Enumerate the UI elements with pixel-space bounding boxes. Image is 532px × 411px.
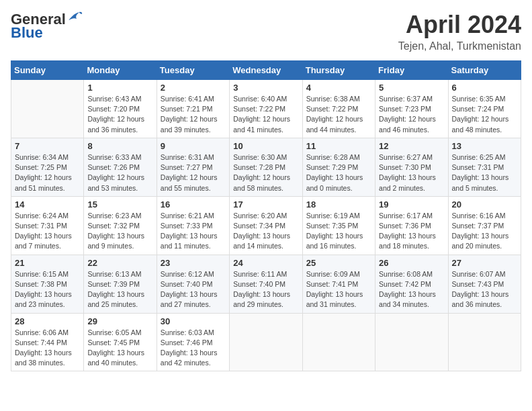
calendar-cell-w3-d1: 14Sunrise: 6:24 AM Sunset: 7:31 PM Dayli… <box>11 196 84 255</box>
day-info: Sunrise: 6:38 AM Sunset: 7:22 PM Dayligh… <box>306 94 371 135</box>
day-info: Sunrise: 6:06 AM Sunset: 7:44 PM Dayligh… <box>15 328 80 369</box>
day-number: 11 <box>306 141 371 151</box>
day-number: 27 <box>452 258 517 268</box>
location-subtitle: Tejen, Ahal, Turkmenistan <box>398 40 521 52</box>
calendar-cell-w4-d7: 27Sunrise: 6:07 AM Sunset: 7:43 PM Dayli… <box>448 255 521 313</box>
day-number: 28 <box>15 316 80 326</box>
day-info: Sunrise: 6:12 AM Sunset: 7:40 PM Dayligh… <box>161 269 226 310</box>
day-info: Sunrise: 6:08 AM Sunset: 7:42 PM Dayligh… <box>379 269 444 310</box>
calendar-cell-w5-d5 <box>302 313 375 371</box>
calendar-cell-w3-d3: 16Sunrise: 6:21 AM Sunset: 7:33 PM Dayli… <box>157 196 229 255</box>
header-saturday: Saturday <box>448 61 521 80</box>
day-number: 15 <box>87 199 152 210</box>
day-number: 29 <box>87 316 152 326</box>
day-info: Sunrise: 6:03 AM Sunset: 7:46 PM Dayligh… <box>161 328 226 369</box>
calendar-cell-w1-d6: 5Sunrise: 6:37 AM Sunset: 7:23 PM Daylig… <box>375 80 448 138</box>
calendar-cell-w5-d3: 30Sunrise: 6:03 AM Sunset: 7:46 PM Dayli… <box>157 313 229 371</box>
calendar-cell-w2-d6: 12Sunrise: 6:27 AM Sunset: 7:30 PM Dayli… <box>375 138 448 196</box>
calendar-cell-w4-d5: 25Sunrise: 6:09 AM Sunset: 7:41 PM Dayli… <box>302 255 375 313</box>
calendar-cell-w5-d1: 28Sunrise: 6:06 AM Sunset: 7:44 PM Dayli… <box>11 313 84 371</box>
day-info: Sunrise: 6:05 AM Sunset: 7:45 PM Dayligh… <box>87 328 152 369</box>
day-number: 26 <box>379 258 444 268</box>
day-info: Sunrise: 6:09 AM Sunset: 7:41 PM Dayligh… <box>306 269 371 310</box>
day-info: Sunrise: 6:33 AM Sunset: 7:26 PM Dayligh… <box>87 152 152 193</box>
day-info: Sunrise: 6:11 AM Sunset: 7:40 PM Dayligh… <box>233 269 298 310</box>
calendar-cell-w1-d4: 3Sunrise: 6:40 AM Sunset: 7:22 PM Daylig… <box>230 80 302 138</box>
logo-bird-icon <box>67 11 83 23</box>
day-info: Sunrise: 6:31 AM Sunset: 7:27 PM Dayligh… <box>161 152 226 193</box>
day-number: 12 <box>379 141 444 151</box>
day-number: 17 <box>233 199 298 210</box>
calendar-cell-w2-d2: 8Sunrise: 6:33 AM Sunset: 7:26 PM Daylig… <box>84 138 157 196</box>
title-area: April 2024 Tejen, Ahal, Turkmenistan <box>398 11 521 52</box>
day-number: 21 <box>15 258 80 268</box>
day-number: 4 <box>306 83 371 93</box>
day-number: 1 <box>87 83 152 93</box>
calendar-cell-w5-d2: 29Sunrise: 6:05 AM Sunset: 7:45 PM Dayli… <box>84 313 157 371</box>
calendar-cell-w2-d4: 10Sunrise: 6:30 AM Sunset: 7:28 PM Dayli… <box>230 138 302 196</box>
day-number: 22 <box>87 258 152 268</box>
day-number: 7 <box>15 141 80 151</box>
day-info: Sunrise: 6:20 AM Sunset: 7:34 PM Dayligh… <box>233 211 298 252</box>
header-tuesday: Tuesday <box>157 61 229 80</box>
calendar-week-2: 7Sunrise: 6:34 AM Sunset: 7:25 PM Daylig… <box>11 138 521 196</box>
header-monday: Monday <box>84 61 157 80</box>
day-info: Sunrise: 6:37 AM Sunset: 7:23 PM Dayligh… <box>379 94 444 135</box>
header-friday: Friday <box>375 61 448 80</box>
calendar-cell-w4-d1: 21Sunrise: 6:15 AM Sunset: 7:38 PM Dayli… <box>11 255 84 313</box>
calendar-cell-w5-d4 <box>230 313 302 371</box>
calendar-cell-w3-d6: 19Sunrise: 6:17 AM Sunset: 7:36 PM Dayli… <box>375 196 448 255</box>
header-thursday: Thursday <box>302 61 375 80</box>
day-info: Sunrise: 6:27 AM Sunset: 7:30 PM Dayligh… <box>379 152 444 193</box>
day-info: Sunrise: 6:07 AM Sunset: 7:43 PM Dayligh… <box>452 269 517 310</box>
calendar-table: Sunday Monday Tuesday Wednesday Thursday… <box>11 60 521 371</box>
day-info: Sunrise: 6:21 AM Sunset: 7:33 PM Dayligh… <box>161 211 226 252</box>
day-info: Sunrise: 6:17 AM Sunset: 7:36 PM Dayligh… <box>379 211 444 252</box>
day-number: 19 <box>379 199 444 210</box>
calendar-cell-w3-d5: 18Sunrise: 6:19 AM Sunset: 7:35 PM Dayli… <box>302 196 375 255</box>
calendar-cell-w3-d2: 15Sunrise: 6:23 AM Sunset: 7:32 PM Dayli… <box>84 196 157 255</box>
day-info: Sunrise: 6:16 AM Sunset: 7:37 PM Dayligh… <box>452 211 517 252</box>
day-info: Sunrise: 6:41 AM Sunset: 7:21 PM Dayligh… <box>161 94 226 135</box>
day-info: Sunrise: 6:15 AM Sunset: 7:38 PM Dayligh… <box>15 269 80 310</box>
calendar-cell-w3-d4: 17Sunrise: 6:20 AM Sunset: 7:34 PM Dayli… <box>230 196 302 255</box>
day-info: Sunrise: 6:30 AM Sunset: 7:28 PM Dayligh… <box>233 152 298 193</box>
calendar-cell-w5-d7 <box>448 313 521 371</box>
day-number: 20 <box>452 199 517 210</box>
day-number: 30 <box>161 316 226 326</box>
calendar-cell-w1-d7: 6Sunrise: 6:35 AM Sunset: 7:24 PM Daylig… <box>448 80 521 138</box>
calendar-cell-w1-d1 <box>11 80 84 138</box>
calendar-cell-w1-d5: 4Sunrise: 6:38 AM Sunset: 7:22 PM Daylig… <box>302 80 375 138</box>
header-wednesday: Wednesday <box>230 61 302 80</box>
month-title: April 2024 <box>398 11 521 39</box>
logo-blue-text: Blue <box>11 24 43 42</box>
page-header: General Blue April 2024 Tejen, Ahal, Tur… <box>11 11 521 52</box>
day-number: 2 <box>161 83 226 93</box>
day-info: Sunrise: 6:28 AM Sunset: 7:29 PM Dayligh… <box>306 152 371 193</box>
calendar-cell-w4-d4: 24Sunrise: 6:11 AM Sunset: 7:40 PM Dayli… <box>230 255 302 313</box>
calendar-cell-w2-d3: 9Sunrise: 6:31 AM Sunset: 7:27 PM Daylig… <box>157 138 229 196</box>
calendar-cell-w4-d2: 22Sunrise: 6:13 AM Sunset: 7:39 PM Dayli… <box>84 255 157 313</box>
calendar-cell-w4-d3: 23Sunrise: 6:12 AM Sunset: 7:40 PM Dayli… <box>157 255 229 313</box>
day-number: 5 <box>379 83 444 93</box>
calendar-cell-w3-d7: 20Sunrise: 6:16 AM Sunset: 7:37 PM Dayli… <box>448 196 521 255</box>
day-number: 3 <box>233 83 298 93</box>
calendar-cell-w1-d2: 1Sunrise: 6:43 AM Sunset: 7:20 PM Daylig… <box>84 80 157 138</box>
day-info: Sunrise: 6:13 AM Sunset: 7:39 PM Dayligh… <box>87 269 152 310</box>
day-number: 16 <box>161 199 226 210</box>
header-sunday: Sunday <box>11 61 84 80</box>
calendar-cell-w2-d5: 11Sunrise: 6:28 AM Sunset: 7:29 PM Dayli… <box>302 138 375 196</box>
day-info: Sunrise: 6:43 AM Sunset: 7:20 PM Dayligh… <box>87 94 152 135</box>
calendar-cell-w4-d6: 26Sunrise: 6:08 AM Sunset: 7:42 PM Dayli… <box>375 255 448 313</box>
calendar-week-5: 28Sunrise: 6:06 AM Sunset: 7:44 PM Dayli… <box>11 313 521 371</box>
calendar-cell-w1-d3: 2Sunrise: 6:41 AM Sunset: 7:21 PM Daylig… <box>157 80 229 138</box>
day-number: 9 <box>161 141 226 151</box>
day-info: Sunrise: 6:25 AM Sunset: 7:31 PM Dayligh… <box>452 152 517 193</box>
day-info: Sunrise: 6:34 AM Sunset: 7:25 PM Dayligh… <box>15 152 80 193</box>
day-number: 6 <box>452 83 517 93</box>
logo: General Blue <box>11 11 83 42</box>
day-info: Sunrise: 6:24 AM Sunset: 7:31 PM Dayligh… <box>15 211 80 252</box>
day-info: Sunrise: 6:19 AM Sunset: 7:35 PM Dayligh… <box>306 211 371 252</box>
day-number: 8 <box>87 141 152 151</box>
day-info: Sunrise: 6:35 AM Sunset: 7:24 PM Dayligh… <box>452 94 517 135</box>
